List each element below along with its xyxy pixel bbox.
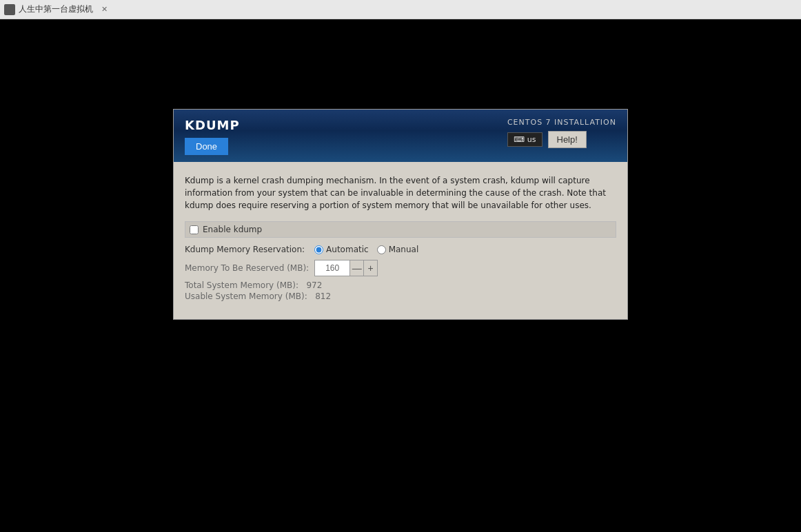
automatic-label[interactable]: Automatic	[326, 245, 369, 254]
memory-input[interactable]	[315, 262, 349, 274]
help-button[interactable]: Help!	[548, 131, 587, 148]
memory-input-group: — +	[314, 260, 378, 276]
header-left: KDUMP Done	[185, 118, 240, 155]
reservation-label: Kdump Memory Reservation:	[185, 245, 305, 254]
enable-kdump-label[interactable]: Enable kdump	[203, 225, 262, 234]
vm-window: KDUMP Done CENTOS 7 INSTALLATION ⌨ us He…	[173, 109, 628, 320]
enable-kdump-row: Enable kdump	[185, 221, 616, 238]
page-title: KDUMP	[185, 118, 240, 132]
automatic-option[interactable]: Automatic	[314, 245, 369, 254]
total-memory-row: Total System Memory (MB): 972	[185, 280, 616, 290]
vm-header: KDUMP Done CENTOS 7 INSTALLATION ⌨ us He…	[174, 110, 627, 162]
total-memory-value: 972	[306, 280, 322, 290]
title-bar: 人生中第一台虚拟机 ✕	[0, 0, 801, 19]
manual-radio[interactable]	[377, 245, 386, 254]
vm-icon	[4, 4, 15, 15]
centos-label: CENTOS 7 INSTALLATION	[507, 118, 616, 127]
header-controls: ⌨ us Help!	[507, 131, 616, 148]
keyboard-indicator: ⌨ us	[507, 132, 543, 147]
reservation-row: Kdump Memory Reservation: Automatic Manu…	[185, 245, 616, 254]
keyboard-layout: us	[527, 135, 536, 144]
tab-label: 人生中第一台虚拟机	[19, 3, 93, 15]
increment-button[interactable]: +	[363, 260, 377, 276]
usable-memory-label: Usable System Memory (MB):	[185, 291, 307, 301]
main-area: KDUMP Done CENTOS 7 INSTALLATION ⌨ us He…	[0, 19, 801, 320]
manual-option[interactable]: Manual	[377, 245, 419, 254]
memory-reserved-label: Memory To Be Reserved (MB):	[185, 263, 309, 273]
description-text: Kdump is a kernel crash dumping mechanis…	[185, 174, 616, 212]
enable-kdump-checkbox[interactable]	[190, 225, 199, 234]
automatic-radio[interactable]	[314, 245, 323, 254]
radio-group: Automatic Manual	[314, 245, 418, 254]
usable-memory-value: 812	[315, 291, 331, 301]
header-right: CENTOS 7 INSTALLATION ⌨ us Help!	[507, 118, 616, 148]
memory-reserved-row: Memory To Be Reserved (MB): — +	[185, 260, 616, 276]
vm-content: Kdump is a kernel crash dumping mechanis…	[174, 162, 627, 319]
done-button[interactable]: Done	[185, 138, 228, 155]
decrement-button[interactable]: —	[349, 260, 363, 276]
manual-label[interactable]: Manual	[389, 245, 419, 254]
total-memory-label: Total System Memory (MB):	[185, 280, 298, 290]
tab-close-button[interactable]: ✕	[99, 3, 110, 15]
usable-memory-row: Usable System Memory (MB): 812	[185, 291, 616, 301]
keyboard-icon: ⌨	[514, 135, 525, 144]
